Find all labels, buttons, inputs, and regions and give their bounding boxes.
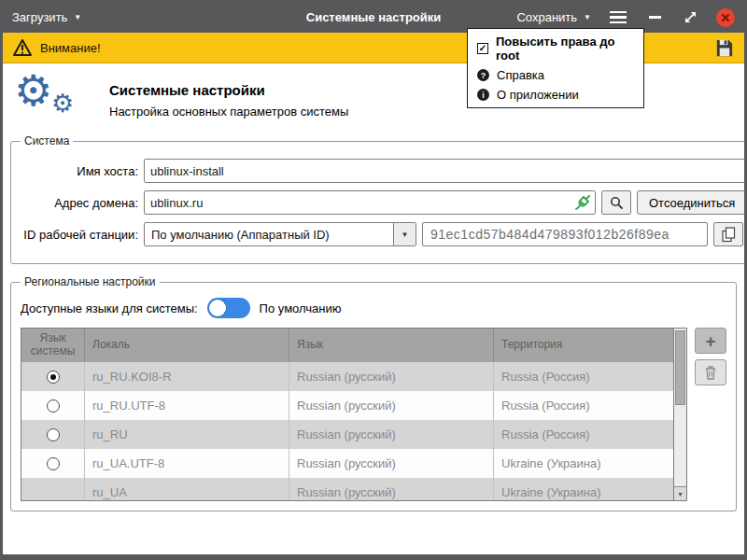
plus-icon: + <box>705 332 715 350</box>
territory-cell: Russia (Россия) <box>494 362 673 391</box>
toggle-knob <box>209 300 226 316</box>
save-button[interactable]: Сохранить ▼ <box>516 10 591 24</box>
gears-icon: ⚙ ⚙ <box>18 77 79 129</box>
close-button[interactable] <box>716 8 735 27</box>
hamburger-menu-icon[interactable] <box>608 9 628 26</box>
domain-label: Адрес домена: <box>21 196 138 210</box>
scroll-down-button[interactable]: ▼ <box>674 486 686 500</box>
hostname-input[interactable] <box>144 159 747 183</box>
expand-icon <box>684 10 698 24</box>
station-id-value-field: 91ec1cd57b484d479893f012b26f89ea <box>422 222 708 246</box>
menu-item-about[interactable]: i О приложении <box>468 85 643 105</box>
column-header-language: Язык <box>289 329 494 362</box>
station-id-mode-value: По умолчанию (Аппаратный ID) <box>145 223 393 245</box>
load-button-label: Загрузить <box>12 10 67 24</box>
chevron-down-icon: ▼ <box>74 13 81 21</box>
language-cell: Russian (русский) <box>289 478 494 501</box>
window-title: Системные настройки <box>306 10 442 24</box>
page-subtitle: Настройка основных параметров системы <box>109 105 348 119</box>
warning-label: Внимание! <box>40 41 101 55</box>
regional-section: Региональные настройки Доступные языки д… <box>10 275 737 511</box>
close-icon <box>721 13 730 22</box>
menu-item-label: Повысить права до root <box>496 35 634 63</box>
copy-id-button[interactable] <box>713 222 743 246</box>
table-row[interactable]: ru_RU.UTF-8 Russian (русский) Russia (Ро… <box>21 391 673 420</box>
menu-item-label: О приложении <box>497 88 579 102</box>
menu-item-elevate-root[interactable]: ✓ Повысить права до root <box>468 32 643 65</box>
menu-item-label: Справка <box>497 68 544 82</box>
territory-cell: Ukraine (Украина) <box>494 449 673 478</box>
territory-cell: Ukraine (Украина) <box>494 478 673 501</box>
locale-cell: ru_RU.UTF-8 <box>85 391 289 420</box>
warning-triangle-icon <box>12 38 33 57</box>
minimize-button[interactable] <box>645 8 664 27</box>
chevron-down-icon: ▼ <box>584 13 591 21</box>
locales-table: Язык системы Локаль Язык Территория ru_R… <box>21 328 687 501</box>
disconnect-button[interactable]: Отсоединиться <box>637 190 747 215</box>
domain-input[interactable] <box>144 190 596 215</box>
table-row[interactable]: ru_RU Russian (русский) Russia (Россия) <box>21 420 673 449</box>
menu-item-help[interactable]: ? Справка <box>468 65 643 85</box>
maximize-button[interactable] <box>681 8 699 27</box>
scrollbar-thumb[interactable] <box>675 330 685 405</box>
system-language-radio[interactable] <box>47 457 60 470</box>
system-language-radio[interactable] <box>47 371 60 384</box>
language-cell: Russian (русский) <box>289 449 494 478</box>
load-button[interactable]: Загрузить ▼ <box>12 10 81 24</box>
search-icon <box>610 196 624 210</box>
chevron-down-icon: ▼ <box>393 223 416 245</box>
languages-toggle[interactable] <box>207 298 250 318</box>
territory-cell: Russia (Россия) <box>494 420 673 449</box>
system-language-radio[interactable] <box>47 399 60 413</box>
column-header-system-language: Язык системы <box>21 329 85 362</box>
table-row[interactable]: ru_UA Russian (русский) Ukraine (Украина… <box>21 478 673 501</box>
app-window: Загрузить ▼ Системные настройки Сохранит… <box>0 0 747 560</box>
station-id-label: ID рабочей станции: <box>21 228 138 242</box>
save-to-disk-button[interactable] <box>713 37 735 59</box>
copy-icon <box>722 227 736 243</box>
languages-label: Доступные языки для системы: <box>21 301 198 315</box>
locale-cell: ru_UA <box>85 478 289 501</box>
system-section-legend: Система <box>21 134 73 147</box>
locale-cell: ru_UA.UTF-8 <box>85 449 289 478</box>
locales-table-header: Язык системы Локаль Язык Территория <box>21 329 673 362</box>
table-row[interactable]: ru_RU.KOI8-R Russian (русский) Russia (Р… <box>21 362 673 391</box>
minimize-icon <box>649 16 661 19</box>
language-cell: Russian (русский) <box>289 362 494 391</box>
table-row[interactable]: ru_UA.UTF-8 Russian (русский) Ukraine (У… <box>21 449 673 478</box>
add-locale-button[interactable]: + <box>695 328 726 354</box>
caret-down-icon: ▼ <box>677 491 684 497</box>
language-cell: Russian (русский) <box>289 391 494 420</box>
column-header-locale: Локаль <box>85 329 289 362</box>
app-dropdown-menu: ✓ Повысить права до root ? Справка i О п… <box>467 28 644 108</box>
connected-plug-icon <box>575 195 590 210</box>
territory-cell: Russia (Россия) <box>494 391 673 420</box>
hostname-label: Имя хоста: <box>21 164 138 178</box>
floppy-disk-icon <box>713 37 735 59</box>
locale-cell: ru_RU.KOI8-R <box>85 362 289 391</box>
delete-locale-button[interactable] <box>695 359 726 385</box>
domain-search-button[interactable] <box>601 190 631 215</box>
info-circle-icon: i <box>477 89 489 101</box>
system-section: Система Имя хоста: Адрес домена: Отсоеди… <box>10 134 747 264</box>
language-cell: Russian (русский) <box>289 420 494 449</box>
page-title: Системные настройки <box>109 82 348 98</box>
locale-cell: ru_RU <box>85 420 289 449</box>
column-header-territory: Территория <box>494 329 673 362</box>
save-button-label: Сохранить <box>516 10 577 24</box>
table-scrollbar[interactable]: ▼ <box>673 329 686 500</box>
checked-checkbox-icon: ✓ <box>477 43 488 54</box>
toggle-state-label: По умолчанию <box>260 301 342 315</box>
trash-icon <box>704 365 717 380</box>
help-circle-icon: ? <box>477 69 489 81</box>
system-language-radio[interactable] <box>47 428 60 441</box>
station-id-mode-select[interactable]: По умолчанию (Аппаратный ID) ▼ <box>144 222 416 246</box>
regional-section-legend: Региональные настройки <box>21 275 160 288</box>
